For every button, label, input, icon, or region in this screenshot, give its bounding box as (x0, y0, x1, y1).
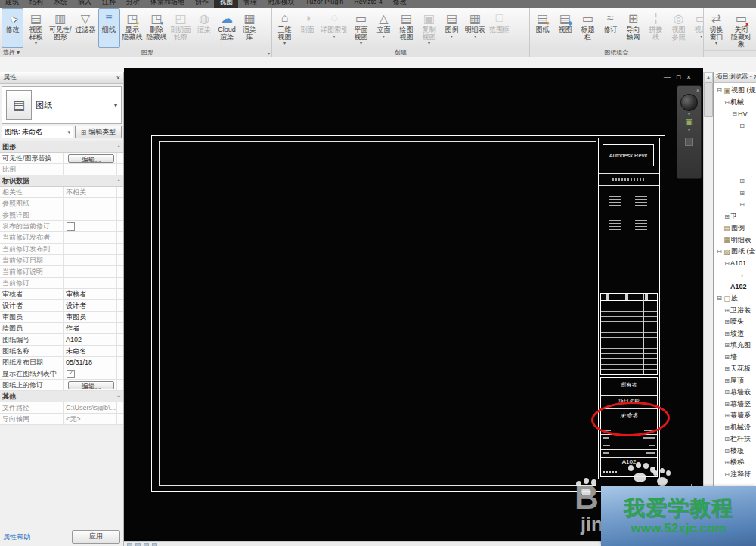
tree-item-plumbing[interactable]: ⊞卫 (714, 211, 756, 223)
expand-icon[interactable]: ⊞ (723, 436, 730, 442)
expand-icon[interactable]: ⊞ (723, 412, 730, 419)
chevron-down-icon[interactable]: ▾ (688, 127, 690, 133)
tree-item-annotation-symbols[interactable]: ⊟注释符 (714, 469, 756, 481)
tree-item-families[interactable]: ⊟▢族 (714, 293, 756, 305)
close-icon[interactable]: × (696, 88, 699, 93)
section-button[interactable]: ◑ 剖面 (296, 8, 318, 48)
tree-item-sheet-a102[interactable]: A102 (714, 281, 756, 293)
duplicate-view-button[interactable]: ▣ 复制 视图 ▾ (418, 8, 440, 48)
type-selector[interactable]: ▤ 图纸 ▾ (2, 86, 122, 124)
pan-icon[interactable] (685, 138, 693, 146)
render-button[interactable]: ◍ 渲染 (194, 8, 215, 48)
collapse-icon[interactable]: ⊟ (739, 123, 745, 129)
sheet-button[interactable]: ▤● 图纸 (531, 8, 553, 48)
tree-item-roofs[interactable]: ⊞屋顶 (714, 375, 756, 387)
matchline-button[interactable]: ¦ 拼接线 (645, 8, 667, 48)
switch-windows-button[interactable]: ⇄ 切换 窗口 ▾ (705, 8, 727, 50)
legends-button[interactable]: ▤ 图例 ▾ (441, 8, 463, 48)
tree-item-legends[interactable]: ▤图例 (714, 222, 756, 234)
expand-icon[interactable]: ⊞ (723, 365, 730, 372)
scope-box-button[interactable]: □ 范围框 (488, 8, 511, 48)
tree-item-curtain-mullions[interactable]: ⊞幕墙竖 (714, 399, 756, 411)
tab-annotate[interactable]: 注释 (97, 0, 121, 8)
instance-selector[interactable]: 图纸: 未命名 ▾ (2, 126, 73, 138)
collapse-icon[interactable]: ⊟ (716, 87, 723, 94)
show-hidden-lines-button[interactable]: ◳● 显示 隐藏线 (121, 8, 144, 48)
expand-icon[interactable]: ⊞ (723, 377, 730, 384)
tree-item-fill-patterns[interactable]: ⊞填充图 (714, 340, 756, 352)
collapse-icon[interactable]: ⊟ (739, 201, 745, 208)
place-view-button[interactable]: ▤◆ 视图 (554, 8, 576, 48)
view-template-button[interactable]: ▤ 视图 样板 ▾ (25, 8, 47, 48)
schedules-button[interactable]: ▦ 明细表 ▾ (463, 8, 487, 48)
tab-collaborate[interactable]: 协作 (190, 0, 214, 8)
property-value[interactable] (63, 164, 116, 175)
scrollbar-thumb[interactable] (704, 82, 713, 117)
expand-icon[interactable]: ⊞ (723, 401, 730, 408)
collapse-icon[interactable]: ⊟ (723, 99, 730, 106)
apply-button[interactable]: 应用 (72, 530, 120, 544)
zoom-icon[interactable]: ▣ (683, 117, 695, 127)
close-icon[interactable]: × (686, 73, 690, 81)
tree-item[interactable]: ▫ (714, 269, 756, 281)
chevron-down-icon[interactable]: ▾ (114, 102, 117, 109)
checkbox-checked[interactable]: ✓ (67, 370, 75, 378)
callout-button[interactable]: ◌ 详图索引 ▾ (319, 8, 349, 48)
visual-style-icon[interactable] (144, 543, 149, 546)
expand-icon[interactable]: ⊞ (723, 424, 730, 431)
cut-profile-button[interactable]: ◰ 剖切面 轮廓 (169, 8, 193, 48)
expand-icon[interactable]: ⊞ (739, 178, 745, 185)
sun-icon[interactable] (152, 543, 157, 546)
sheet-number-value[interactable]: A102 (601, 458, 657, 465)
collapse-icon[interactable]: ⊟ (723, 471, 730, 478)
expand-icon[interactable]: ⊞ (739, 190, 745, 197)
tree-item-sheets[interactable]: ⊟▧图纸 (全 (714, 246, 756, 258)
close-hidden-windows-button[interactable]: ▭× 关闭 隐藏对象 (728, 8, 754, 50)
tree-item-schedules[interactable]: ▦明细表 (714, 234, 756, 247)
filter-button[interactable]: ▽ 过滤器 (74, 8, 98, 48)
collapse-icon[interactable]: ⊟ (716, 248, 723, 255)
tab-structure[interactable]: 结构 (24, 0, 48, 8)
title-block-button[interactable]: ▭ 标题 栏 (577, 8, 599, 48)
tree-item-railings[interactable]: ⊞栏杆扶 (714, 433, 756, 445)
drawing-area[interactable]: — □ × × ▾ ▣ ▾ Autodesk Revit 所有者 (124, 68, 703, 541)
minimize-icon[interactable]: — (664, 73, 671, 81)
collapse-icon[interactable]: ⊟ (731, 110, 738, 117)
tab-systems[interactable]: 系统 (48, 0, 73, 8)
collapse-icon[interactable]: ⊟ (723, 260, 730, 267)
expand-icon[interactable]: ⊞ (723, 448, 730, 454)
tree-item-mechanical[interactable]: ⊟机械 (714, 97, 756, 109)
viewports-button[interactable]: ▭ 视口 ▾ (690, 8, 704, 48)
tree-item[interactable]: ⊟ (714, 120, 756, 132)
visibility-graphics-button[interactable]: ▥ 可见性/ 图形 (48, 8, 73, 48)
plan-views-button[interactable]: ▭ 平面 视图 ▾ (350, 8, 372, 48)
checkbox[interactable] (67, 222, 75, 231)
tree-item-sheet-a101[interactable]: ⊟A101 (714, 258, 756, 270)
expand-icon[interactable]: ⊞ (723, 389, 730, 396)
expand-icon[interactable]: ⊞ (723, 318, 730, 325)
expand-icon[interactable]: ⊞ (723, 307, 730, 314)
tab-massing-site[interactable]: 体量和场地 (145, 0, 190, 8)
visibility-edit-button[interactable]: 编辑... (68, 154, 114, 163)
modify-button[interactable]: ▲ 修改 (2, 8, 23, 48)
expand-icon[interactable]: ⊞ (723, 213, 730, 220)
tree-item-stairs[interactable]: ⊞楼梯 (714, 457, 756, 469)
tree-item-curtain-panels[interactable]: ⊞幕墙嵌 (714, 386, 756, 399)
tree-item-mechanical-equipment[interactable]: ⊞机械设 (714, 422, 756, 434)
property-value[interactable]: 作者 (63, 323, 116, 333)
tree-item[interactable]: ⊟ (714, 199, 756, 211)
tab-insert[interactable]: 插入 (73, 0, 97, 8)
property-value[interactable]: 设计者 (63, 300, 116, 311)
tree-item-floors[interactable]: ⊞楼板 (714, 445, 756, 458)
tree-item-views[interactable]: ⊟▣视图 (规 (714, 85, 756, 97)
revisions-edit-button[interactable]: 编辑... (68, 381, 114, 389)
expand-icon[interactable]: ⊞ (723, 330, 730, 337)
thin-lines-button[interactable]: ≡ 细线 (98, 8, 120, 48)
tree-item-walls[interactable]: ⊞墙 (714, 352, 756, 364)
tree-item[interactable]: ⊞ (714, 188, 756, 200)
tab-revizto[interactable]: Revizto 4 (349, 0, 388, 8)
scale-icon[interactable] (127, 543, 132, 546)
tab-modify[interactable]: 修改 (388, 0, 412, 8)
collapse-icon[interactable]: ⊟ (716, 295, 723, 302)
tab-view[interactable]: 视图 (214, 0, 238, 8)
